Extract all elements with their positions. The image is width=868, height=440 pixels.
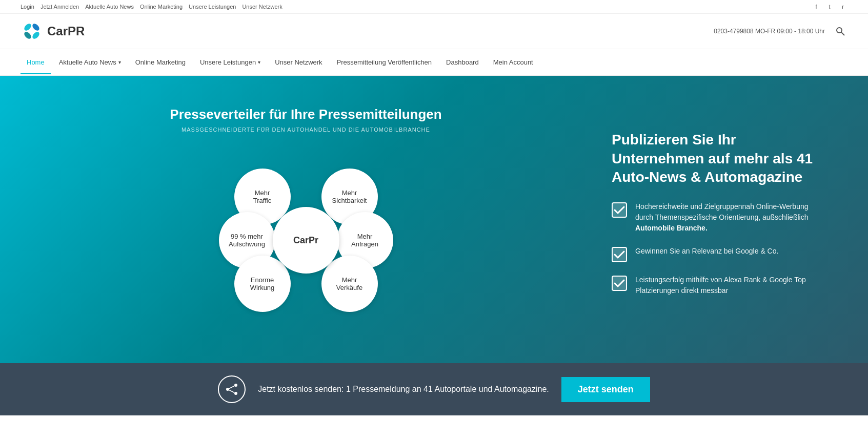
- top-bar-link-anmelden[interactable]: Jetzt Anmelden: [41, 4, 79, 10]
- node-enorme-wirkung: EnormeWirkung: [234, 256, 291, 312]
- cta-bar: Jetzt kostenlos senden: 1 Pressemeldung …: [0, 363, 868, 415]
- hero-right-title: Publizieren Sie Ihr Unternehmen auf mehr…: [612, 131, 827, 186]
- logo[interactable]: CarPR: [21, 20, 85, 43]
- nav-item-netzwerk[interactable]: Unser Netzwerk: [269, 51, 328, 73]
- top-bar-link-leistungen[interactable]: Unsere Leistungen: [189, 4, 236, 10]
- top-bar-link-autonews[interactable]: Aktuelle Auto News: [85, 4, 134, 10]
- node-center-carpr: CarPr: [273, 207, 339, 274]
- svg-point-17: [226, 388, 229, 391]
- search-button[interactable]: [833, 24, 847, 38]
- svg-line-19: [229, 386, 234, 389]
- feature-item-3: Leistungserfolg mithilfe von Alexa Rank …: [612, 275, 827, 296]
- chevron-down-icon: ▾: [118, 59, 121, 65]
- top-bar: Login Jetzt Anmelden Aktuelle Auto News …: [0, 0, 868, 14]
- nav-item-pressemitteilung[interactable]: Pressemitteilung Veröffentlichen: [331, 51, 438, 73]
- svg-point-3: [23, 31, 32, 40]
- nav-item-leistungen[interactable]: Unsere Leistungen ▾: [194, 51, 267, 73]
- feature-item-1: Hochereichweite und Zielgruppennah Onlin…: [612, 201, 827, 234]
- phone-info: 0203-4799808 MO-FR 09:00 - 18:00 Uhr: [714, 28, 825, 35]
- nav-item-autonews[interactable]: Aktuelle Auto News ▾: [53, 51, 127, 73]
- chevron-down-icon: ▾: [258, 59, 260, 65]
- diagram-container: MehrTraffic MehrSichtbarkeit 99 % mehrAu…: [214, 148, 398, 332]
- svg-point-1: [23, 23, 32, 32]
- hero-subtitle: MASSGESCHNEIDERTE FÜR DEN AUTOHANDEL UND…: [181, 127, 430, 133]
- svg-point-18: [234, 392, 237, 395]
- svg-point-16: [234, 384, 237, 387]
- top-bar-link-netzwerk[interactable]: Unser Netzwerk: [242, 4, 282, 10]
- svg-point-0: [22, 21, 42, 41]
- hero-right: Publizieren Sie Ihr Unternehmen auf mehr…: [612, 131, 827, 308]
- twitter-icon[interactable]: t: [825, 2, 834, 11]
- logo-text: CarPR: [47, 24, 85, 38]
- nav-item-onlinemarketing[interactable]: Online Marketing: [129, 51, 192, 73]
- top-bar-links: Login Jetzt Anmelden Aktuelle Auto News …: [21, 4, 282, 10]
- main-nav: Home Aktuelle Auto News ▾ Online Marketi…: [0, 49, 868, 76]
- svg-line-6: [841, 32, 844, 35]
- svg-point-4: [31, 31, 41, 40]
- facebook-icon[interactable]: f: [812, 2, 821, 11]
- top-bar-social: f t r: [812, 2, 847, 11]
- top-bar-link-onlinemarketing[interactable]: Online Marketing: [140, 4, 183, 10]
- feature-text-3: Leistungserfolg mithilfe von Alexa Rank …: [635, 275, 827, 296]
- node-mehr-verkaufe: MehrVerkäufe: [321, 256, 378, 312]
- feature-text-1: Hochereichweite und Zielgruppennah Onlin…: [635, 201, 827, 234]
- top-bar-link-login[interactable]: Login: [21, 4, 34, 10]
- nav-item-dashboard[interactable]: Dashboard: [440, 51, 485, 73]
- cta-text: Jetzt kostenlos senden: 1 Pressemeldung …: [258, 385, 549, 394]
- nav-item-account[interactable]: Mein Account: [487, 51, 539, 73]
- hero-section: Presseverteiler für Ihre Pressemitteilun…: [0, 76, 868, 363]
- search-icon: [836, 27, 845, 36]
- header: CarPR 0203-4799808 MO-FR 09:00 - 18:00 U…: [0, 14, 868, 49]
- share-icon: [218, 375, 246, 403]
- check-icon-1: [612, 202, 627, 218]
- cta-button[interactable]: Jetzt senden: [561, 377, 650, 402]
- rss-icon[interactable]: r: [838, 2, 847, 11]
- hero-left: Presseverteiler für Ihre Pressemitteilun…: [41, 107, 571, 332]
- hero-title: Presseverteiler für Ihre Pressemitteilun…: [170, 107, 441, 122]
- feature-text-2: Gewinnen Sie an Relevanz bei Google & Co…: [635, 246, 778, 257]
- header-right: 0203-4799808 MO-FR 09:00 - 18:00 Uhr: [714, 24, 847, 38]
- svg-line-20: [229, 390, 234, 393]
- check-icon-3: [612, 276, 627, 291]
- svg-point-5: [837, 28, 842, 33]
- nav-item-home[interactable]: Home: [21, 51, 51, 74]
- check-icon-2: [612, 247, 627, 262]
- svg-point-2: [31, 23, 41, 32]
- feature-item-2: Gewinnen Sie an Relevanz bei Google & Co…: [612, 246, 827, 262]
- logo-svg: [21, 20, 43, 43]
